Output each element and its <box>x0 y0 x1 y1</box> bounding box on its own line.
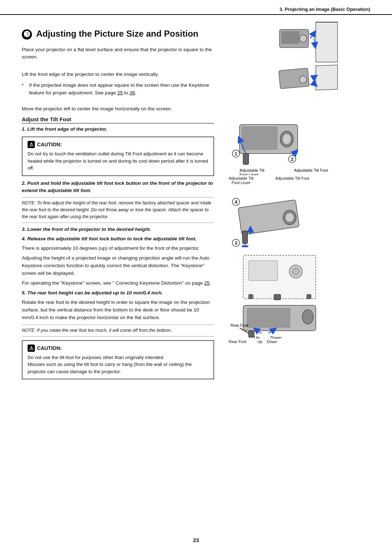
para4: There is approximately 10 degrees (up) o… <box>22 245 214 252</box>
illus-svg-4: Rear Foot Up Down <box>229 252 341 339</box>
svg-point-40 <box>292 268 299 275</box>
bullet-star: * <box>22 82 29 97</box>
page-number: 23 <box>193 537 199 543</box>
svg-rect-38 <box>249 261 278 281</box>
intro-para3: Move the projector left to center the im… <box>22 105 214 113</box>
caution-text-2: Do not use the tilt-foot for purposes ot… <box>28 354 208 375</box>
step2: 2. Push and hold the adjustable tilt foo… <box>22 180 214 195</box>
svg-rect-45 <box>247 308 290 328</box>
caution-box-2: ⚠ CAUTION: Do not use the tilt-foot for … <box>22 340 214 380</box>
page: 3. Projecting an Image (Basic Operation)… <box>0 0 392 554</box>
up-label: Up Down <box>257 339 277 344</box>
left-column: ❸ Adjusting the Picture Size and Positio… <box>0 15 225 394</box>
rear-foot-label: Rear Foot <box>229 339 246 344</box>
svg-text:Rear Foot: Rear Foot <box>230 323 248 327</box>
caution-icon-2: ⚠ <box>28 345 35 352</box>
illus-tilt-foot: 1 2 Adjustable Tilt Foot Lever Adjustabl… <box>229 103 356 185</box>
svg-rect-42 <box>307 294 311 299</box>
svg-text:Adjustable Tilt Foot: Adjustable Tilt Foot <box>294 168 328 172</box>
svg-line-6 <box>314 38 315 46</box>
illus-screen-top <box>229 19 356 98</box>
svg-text:1: 1 <box>235 151 237 156</box>
svg-point-16 <box>282 134 291 144</box>
caution-text-1: Do not try to touch the ventilation outl… <box>28 150 208 172</box>
section-number: ❸ <box>22 29 32 40</box>
note1: NOTE: To fine-adjust the height of the r… <box>22 197 214 223</box>
svg-rect-30 <box>242 231 248 244</box>
svg-marker-0 <box>316 22 338 62</box>
bullet-content: If the projected image does not appear s… <box>29 82 214 97</box>
svg-text:Up: Up <box>254 335 260 339</box>
para5: Adjusting the height of a projected imag… <box>22 254 214 277</box>
svg-marker-10 <box>316 65 338 90</box>
svg-rect-3 <box>281 31 299 44</box>
intro-bullet: * If the projected image does not appear… <box>22 82 214 97</box>
svg-text:Foot Lever: Foot Lever <box>240 172 259 175</box>
svg-text:Adjustable Tilt: Adjustable Tilt <box>240 168 264 172</box>
rear-foot-caption-block: Rear Foot Up Down <box>229 339 356 344</box>
intro-para1: Place your projector on a flat level sur… <box>22 46 214 61</box>
header-text: 3. Projecting an Image (Basic Operation) <box>279 7 370 12</box>
svg-text:Down: Down <box>270 335 282 339</box>
page-header: 3. Projecting an Image (Basic Operation) <box>0 0 392 15</box>
step3: 3. Lower the front of the projector to t… <box>22 226 214 233</box>
para7: Rotate the rear foot to the desired heig… <box>22 299 214 322</box>
svg-point-46 <box>302 310 313 324</box>
caption-tilt-foot: Adjustable Tilt Foot <box>275 176 309 185</box>
illus-rear-foot: Rear Foot Up Down Rear Foot Up Down <box>229 252 356 344</box>
svg-rect-47 <box>249 331 254 337</box>
svg-line-5 <box>310 33 314 38</box>
svg-rect-14 <box>241 126 278 150</box>
svg-rect-43 <box>274 294 281 300</box>
svg-text:2: 2 <box>291 157 294 162</box>
caution-box-1: ⚠ CAUTION: Do not try to touch the venti… <box>22 137 214 176</box>
step4: 4. Release the adjustable tilt foot lock… <box>22 235 214 243</box>
step1: 1. Lift the front edge of the projector. <box>22 126 214 133</box>
caption-tilt-lever: Adjustable TiltFoot Lever <box>229 176 253 185</box>
step5: 5. The rear foot height can be adjusted … <box>22 289 214 297</box>
caution-title-2: ⚠ CAUTION: <box>28 345 208 352</box>
svg-rect-41 <box>249 294 253 299</box>
svg-line-12 <box>312 82 315 85</box>
right-column: 1 2 Adjustable Tilt Foot Lever Adjustabl… <box>225 15 363 394</box>
illus-svg-1 <box>229 19 341 98</box>
subsection-title: Adjust the Tilt Foot <box>22 116 214 123</box>
illus-captions-1: Adjustable TiltFoot Lever Adjustable Til… <box>229 176 356 185</box>
para6: For operating the "Keystone" screen, see… <box>22 280 214 287</box>
svg-point-29 <box>285 213 294 222</box>
illus-svg-3: 3 4 <box>229 189 341 247</box>
svg-line-11 <box>312 77 315 78</box>
svg-rect-17 <box>243 154 249 164</box>
illus-svg-2: 1 2 Adjustable Tilt Foot Lever Adjustabl… <box>229 103 341 175</box>
svg-text:4: 4 <box>235 200 237 205</box>
svg-point-8 <box>299 76 307 83</box>
caution-icon-1: ⚠ <box>28 141 35 148</box>
section-title: ❸ Adjusting the Picture Size and Positio… <box>22 29 214 40</box>
svg-text:3: 3 <box>235 241 237 246</box>
rear-foot-labels: Rear Foot Up Down <box>229 339 356 344</box>
note2: NOTE: If you rotate the rear foot too mu… <box>22 325 214 337</box>
illus-steps34: 3 4 <box>229 189 356 247</box>
caution-title-1: ⚠ CAUTION: <box>28 141 208 148</box>
intro-para2: Lift the front edge of the projector to … <box>22 71 214 78</box>
svg-point-4 <box>299 35 307 42</box>
